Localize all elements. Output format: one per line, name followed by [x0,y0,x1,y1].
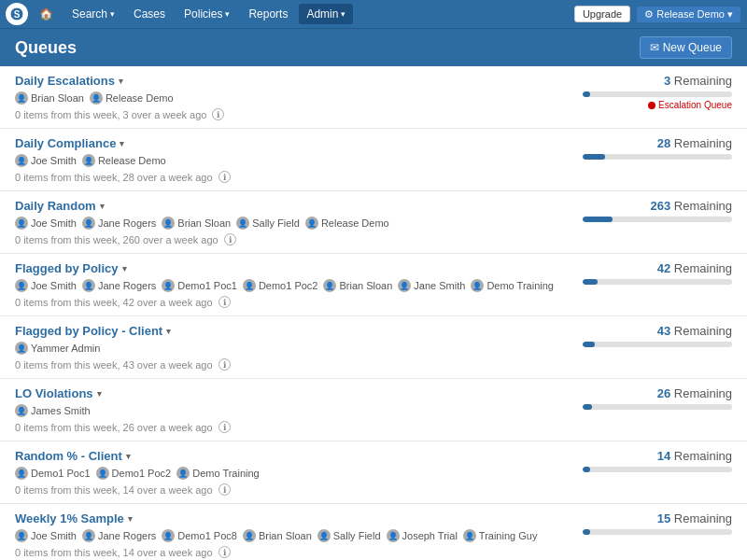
queue-left: Flagged by Policy - Client ▾ 👤 Yammer Ad… [15,324,564,371]
user-name: Demo Training [192,468,260,479]
remaining-number: 14 [657,449,670,463]
queue-meta-text: 0 items from this week, 28 over a week a… [15,172,213,183]
info-icon[interactable]: ℹ [218,358,231,371]
user-icon: 👤 [15,279,28,292]
info-icon[interactable]: ℹ [218,483,231,496]
user-name: Joe Smith [31,280,77,291]
user-badge: 👤 Release Demo [305,217,389,230]
queue-meta: 0 items from this week, 260 over a week … [15,233,564,245]
queue-name-weekly-1pct-sample[interactable]: Weekly 1% Sample ▾ [15,511,564,525]
caret-icon: ▾ [122,264,127,273]
user-name: Joe Smith [31,217,77,229]
queue-meta-text: 0 items from this week, 43 over a week a… [15,359,213,371]
queue-meta: 0 items from this week, 3 over a week ag… [15,108,564,120]
queue-name-daily-compliance[interactable]: Daily Compliance ▾ [15,136,564,150]
queue-left: Daily Escalations ▾ 👤 Brian Sloan 👤 Rele… [15,74,564,120]
queue-row: Daily Escalations ▾ 👤 Brian Sloan 👤 Rele… [15,74,732,120]
queue-row: Random % - Client ▾ 👤 Demo1 Poc1 👤 Demo1… [15,449,732,496]
user-name: Release Demo [98,155,166,166]
remaining-number: 28 [657,136,670,150]
queue-meta: 0 items from this week, 43 over a week a… [15,358,564,371]
user-name: Demo1 Poc1 [177,280,237,291]
queue-item-random-pct-client: Random % - Client ▾ 👤 Demo1 Poc1 👤 Demo1… [0,441,747,504]
info-icon[interactable]: ℹ [218,171,231,183]
remaining-number: 43 [657,324,670,338]
user-icon: 👤 [15,154,28,167]
info-icon[interactable]: ℹ [224,233,236,245]
queue-users: 👤 Brian Sloan 👤 Release Demo [15,91,564,105]
info-icon[interactable]: ℹ [218,296,231,308]
nav-reports[interactable]: Reports [241,4,295,24]
user-icon: 👤 [162,279,175,292]
queue-name-random-pct-client[interactable]: Random % - Client ▾ [15,449,564,463]
user-name: Brian Sloan [259,530,312,541]
user-name: Demo Training [486,280,554,291]
user-badge: 👤 Training Guy [463,529,538,542]
user-badge: 👤 Demo Training [471,279,554,292]
new-queue-button[interactable]: ✉ New Queue [640,36,732,59]
user-name: Jane Rogers [98,217,156,229]
caret-icon: ▾ [97,389,102,399]
user-icon: 👤 [82,279,95,292]
user-icon: 👤 [387,529,400,542]
remaining-count: 28 Remaining [657,136,732,150]
user-icon: 👤 [243,279,256,292]
queue-row: Daily Compliance ▾ 👤 Joe Smith 👤 Release… [15,136,732,183]
caret-icon: ▾ [166,327,171,336]
progress-bar [583,91,732,97]
user-name: Brian Sloan [177,217,231,229]
user-icon: 👤 [317,529,331,542]
queue-name-lo-violations[interactable]: LO Violations ▾ [15,386,564,400]
queue-row: Flagged by Policy - Client ▾ 👤 Yammer Ad… [15,324,732,371]
nav-cases[interactable]: Cases [126,4,173,24]
caret-icon: ▾ [120,139,124,148]
queue-name-flagged-by-policy-client[interactable]: Flagged by Policy - Client ▾ [15,324,564,338]
queue-right: 15 Remaining [564,511,732,535]
upgrade-button[interactable]: Upgrade [574,6,630,22]
queue-meta: 0 items from this week, 14 over a week a… [15,546,564,558]
user-badge: 👤 Sally Field [236,217,300,230]
user-badge: 👤 Brian Sloan [323,279,392,292]
brand-logo[interactable]: S [6,3,28,25]
queue-name-daily-random[interactable]: Daily Random ▾ [15,199,564,213]
user-name: Jane Smith [414,280,465,291]
nav-search[interactable]: Search ▾ [64,4,122,24]
remaining-number: 42 [657,261,670,275]
queue-users: 👤 Demo1 Poc1 👤 Demo1 Poc2 👤 Demo Trainin… [15,467,564,480]
nav-policies[interactable]: Policies ▾ [176,4,237,24]
nav-admin[interactable]: Admin ▾ [299,4,353,24]
queue-row: Weekly 1% Sample ▾ 👤 Joe Smith 👤 Jane Ro… [15,511,732,558]
caret-icon: ▾ [126,452,131,461]
info-icon[interactable]: ℹ [212,108,224,120]
queue-meta-text: 0 items from this week, 42 over a week a… [15,297,213,308]
remaining-number: 3 [664,74,670,88]
queue-left: Daily Random ▾ 👤 Joe Smith 👤 Jane Rogers… [15,199,564,245]
remaining-count: 14 Remaining [657,449,732,463]
info-icon[interactable]: ℹ [218,546,231,558]
queue-name-flagged-by-policy[interactable]: Flagged by Policy ▾ [15,261,564,275]
info-icon[interactable]: ℹ [218,421,231,433]
user-name: Training Guy [479,530,538,541]
user-icon: 👤 [96,467,109,480]
release-demo-button[interactable]: ⚙ Release Demo ▾ [636,6,741,23]
user-name: Jane Rogers [98,280,156,291]
user-icon: 👤 [82,154,95,167]
caret-icon: ▾ [128,514,133,524]
progress-bar-fill [583,529,590,535]
queue-name-daily-escalations[interactable]: Daily Escalations ▾ [15,74,564,88]
nav-home[interactable]: 🏠 [32,4,61,24]
user-icon: 👤 [162,217,175,230]
user-badge: 👤 Demo Training [176,467,260,480]
queue-left: LO Violations ▾ 👤 James Smith 0 items fr… [15,386,564,433]
user-badge: 👤 Release Demo [90,91,174,105]
user-icon: 👤 [471,279,484,292]
navbar: S 🏠 Search ▾ Cases Policies ▾ Reports Ad… [0,0,747,28]
queue-meta: 0 items from this week, 14 over a week a… [15,483,564,496]
user-badge: 👤 James Smith [15,404,91,417]
queue-right: 3 Remaining Escalation Queue [564,74,732,110]
queue-meta: 0 items from this week, 26 over a week a… [15,421,564,433]
svg-text:S: S [14,9,21,20]
remaining-count: 26 Remaining [657,386,732,400]
progress-bar-fill [583,154,605,160]
queue-item-daily-compliance: Daily Compliance ▾ 👤 Joe Smith 👤 Release… [0,129,747,191]
